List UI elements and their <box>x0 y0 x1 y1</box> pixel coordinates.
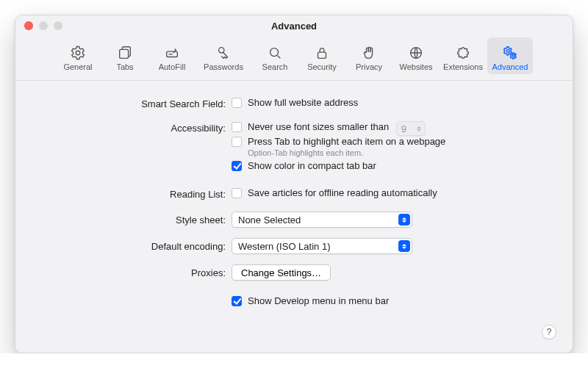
gear-icon <box>70 45 86 61</box>
show-full-url-input[interactable] <box>232 98 242 108</box>
default-encoding-select[interactable]: Western (ISO Latin 1) <box>232 238 412 254</box>
toolbar-general[interactable]: General <box>55 37 101 74</box>
toolbar-label: Tabs <box>116 62 133 71</box>
help-button[interactable]: ? <box>542 325 556 339</box>
puzzle-icon <box>455 45 471 61</box>
smart-search-label: Smart Search Field: <box>37 97 232 109</box>
style-sheet-value: None Selected <box>238 214 301 226</box>
search-icon <box>267 45 283 61</box>
close-window-button[interactable] <box>24 21 33 30</box>
toolbar-label: Extensions <box>443 62 483 71</box>
gears-icon <box>502 45 518 61</box>
compact-color-checkbox[interactable]: Show color in compact tab bar <box>232 160 376 171</box>
compact-color-text: Show color in compact tab bar <box>248 160 376 171</box>
min-font-size-select[interactable]: 9 <box>396 121 426 136</box>
window-controls <box>24 21 62 30</box>
svg-point-8 <box>512 54 514 57</box>
show-full-url-checkbox[interactable]: Show full website address <box>232 97 358 108</box>
toolbar-label: Websites <box>399 62 432 71</box>
minimize-window-button[interactable] <box>39 21 48 30</box>
toolbar-websites[interactable]: Websites <box>393 37 439 74</box>
toolbar-passwords[interactable]: Passwords <box>196 37 251 74</box>
toolbar-privacy[interactable]: Privacy <box>346 37 392 74</box>
reading-list-label: Reading List: <box>37 187 232 200</box>
min-font-size-value: 9 <box>401 123 406 134</box>
toolbar-label: Security <box>307 62 337 71</box>
toolbar-label: Search <box>262 62 288 71</box>
preferences-window: Advanced General Tabs AutoFill Passwords <box>15 15 573 353</box>
lock-icon <box>314 45 330 61</box>
develop-menu-text: Show Develop menu in menu bar <box>248 295 389 306</box>
zoom-window-button[interactable] <box>54 21 62 30</box>
pencil-icon <box>164 45 180 61</box>
key-icon <box>215 45 232 61</box>
show-full-url-text: Show full website address <box>248 97 358 108</box>
style-sheet-label: Style sheet: <box>37 212 232 226</box>
toolbar-label: AutoFill <box>159 62 186 71</box>
toolbar-extensions[interactable]: Extensions <box>440 37 486 74</box>
titlebar: Advanced <box>15 15 573 36</box>
hand-icon <box>361 45 377 61</box>
toolbar-label: Passwords <box>204 62 243 71</box>
develop-menu-input[interactable] <box>232 296 242 306</box>
save-offline-text: Save articles for offline reading automa… <box>248 187 437 198</box>
min-font-checkbox[interactable]: Never use font sizes smaller than <box>232 121 389 132</box>
save-offline-input[interactable] <box>232 188 242 198</box>
stepper-icon <box>415 123 423 134</box>
develop-menu-checkbox[interactable]: Show Develop menu in menu bar <box>232 295 389 306</box>
svg-point-7 <box>506 49 509 52</box>
updown-icon <box>398 214 410 226</box>
toolbar-tabs[interactable]: Tabs <box>102 37 148 74</box>
press-tab-input[interactable] <box>232 137 242 147</box>
toolbar-label: Privacy <box>356 62 382 71</box>
preferences-toolbar: General Tabs AutoFill Passwords Search <box>15 36 573 81</box>
advanced-pane: Smart Search Field: Show full website ad… <box>15 81 573 353</box>
compact-color-input[interactable] <box>232 161 242 171</box>
save-offline-checkbox[interactable]: Save articles for offline reading automa… <box>232 187 437 198</box>
change-settings-button[interactable]: Change Settings… <box>232 264 331 281</box>
toolbar-autofill[interactable]: AutoFill <box>149 37 195 74</box>
accessibility-label: Accessibility: <box>37 121 232 134</box>
toolbar-label: General <box>63 62 92 71</box>
proxies-label: Proxies: <box>37 264 232 278</box>
toolbar-label: Advanced <box>492 62 528 71</box>
globe-icon <box>408 45 424 61</box>
min-font-input[interactable] <box>232 122 242 132</box>
min-font-text: Never use font sizes smaller than <box>248 121 389 132</box>
press-tab-checkbox[interactable]: Press Tab to highlight each item on a we… <box>232 136 445 147</box>
default-encoding-value: Western (ISO Latin 1) <box>238 241 330 252</box>
svg-point-0 <box>76 51 80 55</box>
tabs-icon <box>117 45 133 61</box>
updown-icon <box>398 240 410 252</box>
svg-rect-1 <box>120 49 129 58</box>
style-sheet-select[interactable]: None Selected <box>232 212 412 228</box>
window-title: Advanced <box>271 21 317 32</box>
svg-point-4 <box>270 48 279 57</box>
svg-rect-5 <box>318 52 326 58</box>
question-mark-icon: ? <box>547 327 552 337</box>
press-tab-text: Press Tab to highlight each item on a we… <box>248 136 445 147</box>
toolbar-security[interactable]: Security <box>299 37 345 74</box>
toolbar-search[interactable]: Search <box>252 37 298 74</box>
option-tab-hint: Option-Tab highlights each item. <box>248 148 551 157</box>
default-encoding-label: Default encoding: <box>37 238 232 252</box>
toolbar-advanced[interactable]: Advanced <box>487 37 533 74</box>
